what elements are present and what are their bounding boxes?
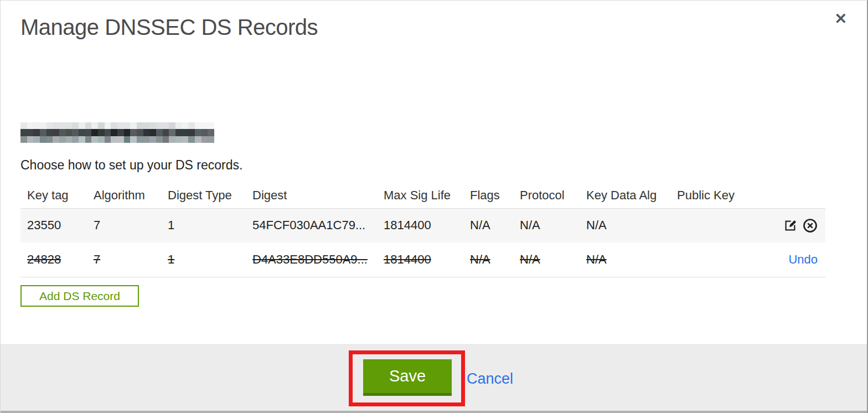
cell-digest-type: 1 — [161, 208, 246, 242]
cell-digest-type: 1 — [161, 242, 246, 277]
instruction-text: Choose how to set up your DS records. — [20, 158, 242, 173]
close-icon[interactable]: ✕ — [834, 12, 847, 27]
modal-title: Manage DNSSEC DS Records — [20, 15, 318, 40]
column-header-max-sig-life: Max Sig Life — [377, 183, 463, 208]
modal-footer: Save Cancel — [1, 344, 867, 413]
column-header-algorithm: Algorithm — [87, 183, 161, 208]
undo-link[interactable]: Undo — [788, 252, 818, 266]
column-header-flags: Flags — [463, 183, 513, 208]
column-header-protocol: Protocol — [513, 183, 580, 208]
cell-max-sig-life: 1814400 — [377, 242, 463, 277]
cell-digest: 54FCF030AA1C79... — [246, 208, 377, 242]
cell-flags: N/A — [463, 208, 513, 242]
column-header-digest-type: Digest Type — [161, 183, 246, 208]
column-header-key-data-alg: Key Data Alg — [580, 183, 670, 208]
ds-records-table: Key tag Algorithm Digest Type Digest Max… — [20, 183, 825, 277]
domain-name-redacted — [20, 122, 214, 143]
table-row-deleted: 24828 7 1 D4A33E8DD550A9... 1814400 N/A … — [20, 242, 825, 277]
cell-public-key — [670, 242, 748, 277]
cell-key-tag: 23550 — [20, 208, 87, 242]
cancel-link[interactable]: Cancel — [467, 370, 513, 388]
column-header-actions — [748, 183, 825, 208]
add-ds-record-button[interactable]: Add DS Record — [20, 285, 139, 307]
cell-key-data-alg: N/A — [580, 208, 670, 242]
cell-algorithm: 7 — [87, 208, 161, 242]
cell-key-tag: 24828 — [20, 242, 87, 277]
column-header-digest: Digest — [246, 183, 377, 208]
cell-algorithm: 7 — [87, 242, 161, 277]
edit-icon — [783, 218, 798, 233]
cell-actions — [748, 208, 825, 242]
dnssec-modal: Manage DNSSEC DS Records ✕ Choose how to… — [0, 0, 868, 413]
delete-record-button[interactable] — [803, 218, 818, 233]
table-row-active: 23550 7 1 54FCF030AA1C79... 1814400 N/A … — [20, 208, 825, 242]
cell-protocol: N/A — [513, 242, 580, 277]
column-header-key-tag: Key tag — [20, 183, 87, 208]
window-bottom-edge — [1, 411, 867, 413]
save-button[interactable]: Save — [363, 359, 452, 396]
cell-actions: Undo — [748, 242, 825, 277]
cell-digest: D4A33E8DD550A9... — [246, 242, 377, 277]
edit-record-button[interactable] — [783, 218, 798, 233]
circle-x-icon — [803, 218, 818, 233]
cell-key-data-alg: N/A — [580, 242, 670, 277]
cell-public-key — [670, 208, 748, 242]
table-header-row: Key tag Algorithm Digest Type Digest Max… — [20, 183, 825, 208]
cell-max-sig-life: 1814400 — [377, 208, 463, 242]
cell-flags: N/A — [463, 242, 513, 277]
cell-protocol: N/A — [513, 208, 580, 242]
column-header-public-key: Public Key — [670, 183, 748, 208]
